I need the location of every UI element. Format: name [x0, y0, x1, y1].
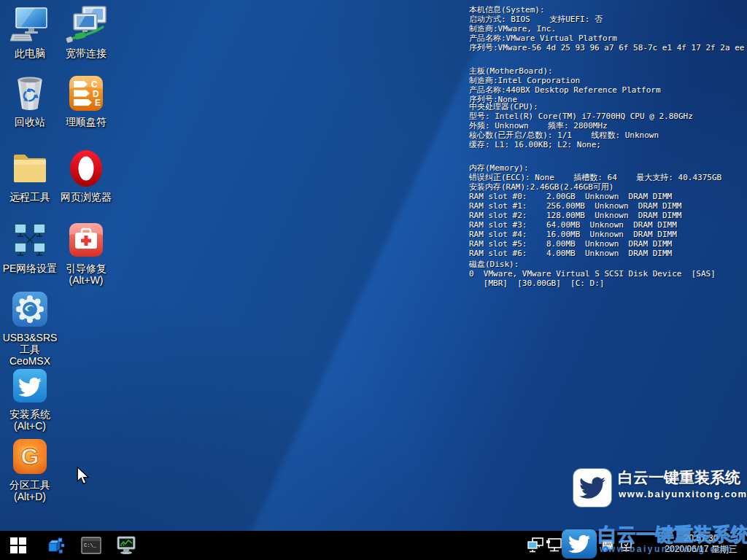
twitter-bird-icon — [579, 475, 605, 501]
icon-label: 此电脑 — [1, 47, 58, 59]
desktop-icon-broadband[interactable]: 宽带连接 — [58, 4, 115, 59]
icon-label: 宽带连接 — [58, 47, 115, 59]
desktop-icon-usb3-srs[interactable]: USB3&SRS 工具CeoMSX — [1, 289, 58, 367]
desktop-icon-boot-repair[interactable]: 引导修复 (Alt+W) — [58, 219, 115, 286]
taskbar-clock[interactable]: 20:57:30 2020/06/17 星期三 — [659, 533, 743, 555]
cursor-arrow-icon — [75, 467, 91, 486]
command-prompt-icon: C:\_ — [81, 537, 101, 554]
icon-label: 网页浏览器 — [58, 191, 115, 203]
svg-text:E: E — [95, 98, 101, 108]
icon-label: 理顺盘符 — [58, 116, 115, 128]
desktop-icon-remote-tools[interactable]: 远程工具 — [1, 148, 58, 203]
install-system-bird-icon — [11, 367, 49, 405]
tray-network-icon[interactable] — [546, 537, 563, 553]
svg-text:G: G — [21, 443, 39, 470]
taskbar-button-command-prompt[interactable]: C:\_ — [74, 531, 108, 560]
desktop-icon-partition-tool[interactable]: G 分区工具 (Alt+D) — [1, 436, 58, 502]
taskbar-button-task-manager[interactable] — [109, 531, 143, 560]
desktop-icon-web-browser[interactable]: 网页浏览器 — [58, 148, 115, 203]
tray-dual-display-icon[interactable] — [527, 537, 544, 553]
remove-hardware-icon — [620, 540, 633, 553]
system-info-motherboard: 主板(MotherBoard): 制造商:Intel Corporation 产… — [469, 66, 661, 104]
taskbar: C:\_ LAN — [0, 531, 747, 560]
desktop-icon-drive-letters[interactable]: C D E 理顺盘符 — [58, 73, 115, 128]
tray-remove-hardware-icon[interactable] — [620, 540, 633, 553]
desktop-icon-pe-network[interactable]: PE网络设置 — [1, 219, 58, 274]
brand-bird-tile — [573, 469, 611, 507]
system-info-disk: 磁盘(Disk): 0 VMware, VMware Virtual S SCS… — [469, 260, 716, 288]
tray-lan-tool-icon[interactable]: LAN — [601, 540, 614, 553]
svg-text:LAN: LAN — [604, 542, 611, 546]
icon-label: PE网络设置 — [1, 262, 58, 274]
system-info-memory: 内存(Memory): 错误纠正(ECC): None 插槽数: 64 最大支持… — [469, 163, 721, 258]
brand-watermark: 白云一键重装系统 www.baiyunxitong.com — [573, 467, 744, 510]
drive-letter-icon: C D E — [66, 74, 106, 113]
icon-label: USB3&SRS 工具CeoMSX — [1, 332, 58, 367]
icon-label: 回收站 — [1, 116, 58, 128]
mouse-cursor — [75, 467, 91, 489]
taskbar-button-registry-editor[interactable] — [39, 531, 73, 560]
boot-repair-icon — [67, 221, 105, 259]
brand-url: www.baiyunxitong.com — [619, 489, 747, 499]
diskgenius-icon: G — [10, 437, 50, 476]
desktop-icon-recycle-bin[interactable]: 回收站 — [1, 73, 58, 128]
icon-label: 引导修复 (Alt+W) — [58, 262, 115, 286]
folder-icon — [11, 150, 49, 187]
pe-desktop: { "desktop": { "icons": [ { "id": "this-… — [0, 0, 747, 560]
opera-browser-icon — [66, 148, 106, 189]
icon-label: 安装系统 (Alt+C) — [1, 408, 58, 432]
clock-time: 20:57:30 — [659, 533, 743, 544]
lan-tool-icon: LAN — [601, 540, 614, 553]
network-settings-icon — [11, 221, 49, 259]
desktop-icon-this-pc[interactable]: 此电脑 — [1, 4, 58, 59]
dual-display-icon — [527, 537, 544, 553]
broadband-connection-icon — [65, 5, 107, 44]
system-info-system: 本机信息(System): 启动方式: BIOS 支持UEFI: 否 制造商:V… — [469, 5, 747, 52]
recycle-bin-icon — [11, 74, 49, 113]
icon-label: 分区工具 (Alt+D) — [1, 479, 58, 502]
clock-date: 2020/06/17 星期三 — [659, 544, 743, 555]
system-info-cpu: 中央处理器(CPU): 型号: Intel(R) Core(TM) i7-770… — [469, 102, 693, 149]
svg-text:C:\_: C:\_ — [84, 542, 97, 548]
start-button[interactable] — [1, 531, 35, 560]
registry-editor-icon — [47, 536, 66, 555]
usb3-tool-icon — [10, 289, 50, 329]
network-display-icon — [546, 537, 563, 553]
computer-icon — [10, 6, 50, 44]
desktop-icon-install-system[interactable]: 安装系统 (Alt+C) — [1, 365, 58, 432]
task-manager-icon — [116, 536, 136, 555]
brand-title: 白云一键重装系统 — [618, 467, 746, 488]
icon-label: 远程工具 — [1, 191, 58, 203]
windows-logo-icon — [10, 537, 26, 553]
